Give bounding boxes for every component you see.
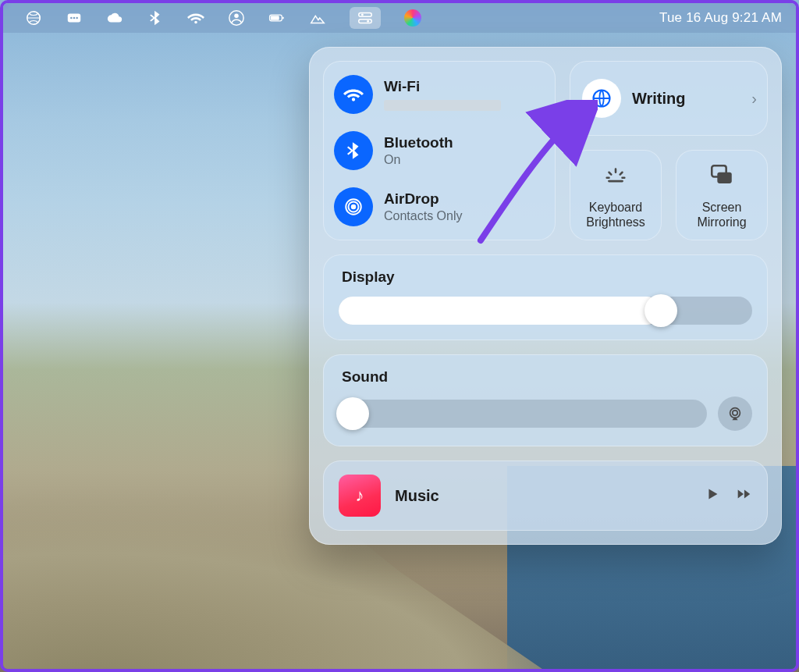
grid-icon[interactable] [66, 9, 83, 27]
mountain-icon[interactable] [309, 9, 326, 27]
display-label: Display [342, 268, 752, 286]
airdrop-icon [334, 187, 373, 226]
sound-volume-slider[interactable]: 🔇 [339, 400, 707, 428]
airdrop-toggle[interactable]: AirDrop Contacts Only [334, 187, 545, 226]
keyboard-brightness-icon [602, 162, 629, 192]
play-button[interactable] [704, 485, 721, 506]
siri-icon[interactable] [404, 9, 421, 27]
now-playing-title: Music [395, 487, 690, 505]
wifi-toggle[interactable]: Wi-Fi [334, 75, 545, 114]
screen-mirroring-icon [708, 162, 735, 192]
svg-point-13 [367, 20, 369, 23]
screen-mirroring-label: Screen Mirroring [682, 200, 762, 229]
music-app-icon: ♪ [339, 475, 381, 517]
svg-point-2 [70, 17, 73, 20]
svg-point-3 [73, 17, 76, 20]
bluetooth-status: On [384, 153, 453, 167]
wifi-network-name-redacted [384, 100, 501, 111]
bluetooth-toggle[interactable]: Bluetooth On [334, 131, 545, 170]
svg-point-21 [730, 408, 740, 418]
airdrop-status: Contacts Only [384, 209, 462, 223]
svg-rect-10 [359, 13, 372, 17]
battery-icon[interactable] [268, 9, 286, 27]
chevron-right-icon: › [751, 90, 757, 108]
sound-module: Sound 🔇 [323, 354, 768, 446]
focus-module[interactable]: Writing › [570, 61, 768, 136]
bluetooth-menubar-icon[interactable] [147, 9, 164, 27]
safari-icon[interactable] [25, 9, 42, 27]
display-module: Display ☀︎ [323, 254, 768, 340]
now-playing-module[interactable]: ♪ Music [323, 460, 768, 531]
cloud-icon[interactable] [106, 9, 123, 27]
menubar-clock[interactable]: Tue 16 Aug 9:21 AM [659, 10, 782, 26]
keyboard-brightness-label: Keyboard Brightness [576, 200, 655, 229]
network-module: Wi-Fi Bluetooth On AirDrop [323, 61, 556, 240]
keyboard-brightness-button[interactable]: Keyboard Brightness [570, 150, 662, 240]
wifi-icon [334, 75, 373, 114]
svg-point-4 [76, 17, 78, 20]
bluetooth-icon [334, 131, 373, 170]
fast-forward-button[interactable] [735, 485, 752, 506]
airdrop-title: AirDrop [384, 190, 462, 208]
globe-icon [582, 79, 621, 118]
display-brightness-slider[interactable]: ☀︎ [339, 297, 752, 325]
svg-point-22 [733, 411, 737, 415]
svg-rect-9 [282, 16, 284, 19]
focus-title: Writing [632, 90, 686, 108]
control-center-panel: Wi-Fi Bluetooth On AirDrop [309, 47, 782, 545]
svg-point-11 [361, 13, 364, 16]
control-center-menubar-icon[interactable] [350, 7, 381, 29]
screen-mirroring-button[interactable]: Screen Mirroring [676, 150, 768, 240]
wifi-title: Wi-Fi [384, 78, 501, 95]
svg-rect-18 [608, 180, 623, 182]
sound-label: Sound [342, 368, 752, 386]
svg-rect-12 [359, 20, 372, 23]
menubar: Tue 16 Aug 9:21 AM [3, 3, 796, 33]
svg-rect-20 [717, 172, 731, 183]
wifi-menubar-icon[interactable] [187, 9, 204, 27]
airplay-audio-button[interactable] [718, 396, 752, 431]
bluetooth-title: Bluetooth [384, 134, 453, 151]
svg-point-6 [234, 14, 239, 19]
svg-point-14 [351, 204, 357, 210]
svg-rect-8 [271, 16, 279, 20]
user-icon[interactable] [228, 9, 245, 27]
